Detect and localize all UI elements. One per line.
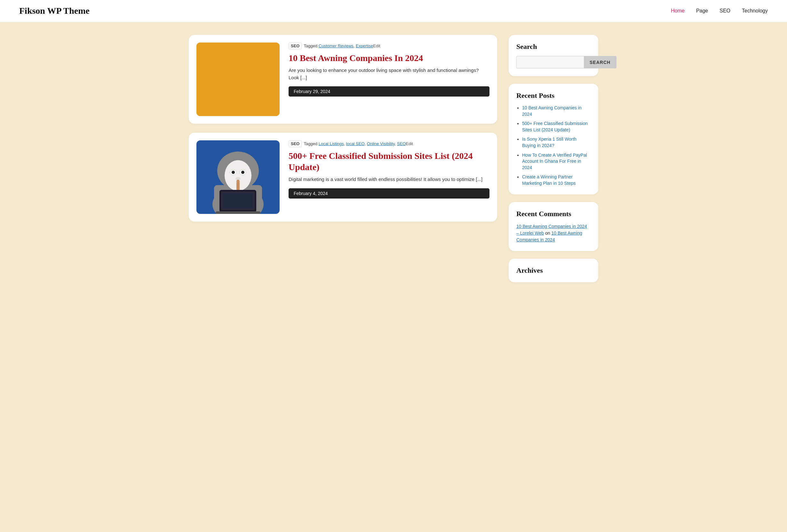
svg-point-3 (221, 59, 255, 96)
search-button[interactable]: SEARCH (584, 56, 616, 68)
svg-point-7 (212, 62, 248, 97)
list-item: 500+ Free Classified Submission Sites Li… (522, 120, 591, 133)
search-widget: Search SEARCH (509, 35, 598, 76)
svg-point-27 (236, 180, 240, 183)
list-item: 10 Best Awning Companies in 2024 (522, 105, 591, 117)
post-title-1[interactable]: 10 Best Awning Companies In 2024 (289, 52, 489, 64)
recent-post-link-3[interactable]: Is Sony Xperia 1 Still Worth Buying in 2… (522, 136, 576, 148)
post-card-1: SEO Tagged Customer Reviews, ExpertiseEd… (189, 35, 497, 124)
nav-home[interactable]: Home (671, 8, 685, 14)
post-image-2-svg (196, 140, 280, 214)
recent-posts-title: Recent Posts (516, 91, 591, 100)
recent-post-link-2[interactable]: 500+ Free Classified Submission Sites Li… (522, 121, 588, 132)
search-input[interactable] (516, 56, 584, 68)
search-row: SEARCH (516, 56, 591, 68)
svg-point-4 (221, 55, 255, 74)
post-tag-online-visibility[interactable]: Online Visibility (367, 141, 395, 146)
svg-rect-30 (223, 193, 253, 208)
svg-line-9 (244, 92, 252, 103)
svg-point-24 (241, 171, 244, 174)
post-card-2: SEO Tagged Local Listings, local SEO, On… (189, 133, 497, 222)
list-item: How To Create A Verified PayPal Account … (522, 152, 591, 171)
post-tag-local-seo[interactable]: local SEO (346, 141, 365, 146)
comment-on-label: on (545, 230, 550, 236)
post-tagged-label-1: Tagged Customer Reviews, ExpertiseEdit (304, 43, 380, 48)
svg-point-8 (217, 66, 243, 93)
post-date-1: February 29, 2024 (289, 86, 489, 96)
nav-seo[interactable]: SEO (720, 8, 730, 14)
svg-point-23 (232, 171, 235, 174)
svg-point-13 (232, 78, 233, 80)
svg-point-6 (226, 84, 250, 96)
post-content-1: SEO Tagged Customer Reviews, ExpertiseEd… (289, 43, 489, 96)
main-content: SEO Tagged Customer Reviews, ExpertiseEd… (189, 35, 497, 282)
sidebar: Search SEARCH Recent Posts 10 Best Awnin… (509, 35, 598, 282)
post-image-2 (196, 140, 280, 214)
post-title-2[interactable]: 500+ Free Classified Submission Sites Li… (289, 150, 489, 173)
post-excerpt-2: Digital marketing is a vast world filled… (289, 176, 489, 183)
post-image-1 (196, 43, 280, 116)
post-edit-2[interactable]: Edit (406, 141, 413, 146)
site-header: Fikson WP Theme Home Page SEO Technology (0, 0, 787, 22)
post-meta-1: SEO Tagged Customer Reviews, ExpertiseEd… (289, 43, 489, 49)
search-widget-title: Search (516, 43, 591, 51)
svg-point-1 (216, 89, 260, 116)
post-tag-customer-reviews[interactable]: Customer Reviews (319, 43, 354, 48)
nav-page[interactable]: Page (696, 8, 708, 14)
post-category-1: SEO (289, 43, 302, 49)
post-excerpt-1: Are you looking to enhance your outdoor … (289, 67, 489, 81)
recent-post-link-5[interactable]: Create a Winning Partner Marketing Plan … (522, 174, 576, 186)
post-tagged-label-2: Tagged Local Listings, local SEO, Online… (304, 141, 413, 146)
post-meta-2: SEO Tagged Local Listings, local SEO, On… (289, 140, 489, 147)
svg-point-10 (223, 74, 237, 86)
post-edit-1[interactable]: Edit (373, 43, 380, 48)
list-item: Create a Winning Partner Marketing Plan … (522, 174, 591, 186)
svg-point-12 (229, 77, 234, 82)
post-tag-seo[interactable]: SEO (397, 141, 406, 146)
recent-post-link-1[interactable]: 10 Best Awning Companies in 2024 (522, 105, 581, 117)
svg-rect-31 (216, 211, 260, 214)
page-body: SEO Tagged Customer Reviews, ExpertiseEd… (170, 22, 617, 295)
recent-post-link-4[interactable]: How To Create A Verified PayPal Account … (522, 153, 587, 170)
post-tag-expertise[interactable]: Expertise (356, 43, 373, 48)
svg-rect-5 (221, 64, 255, 71)
svg-point-11 (227, 76, 235, 84)
svg-rect-2 (234, 84, 242, 94)
list-item: Is Sony Xperia 1 Still Worth Buying in 2… (522, 136, 591, 149)
recent-posts-widget: Recent Posts 10 Best Awning Companies in… (509, 84, 598, 194)
recent-comments-title: Recent Comments (516, 210, 591, 218)
post-tag-local-listings[interactable]: Local Listings (319, 141, 344, 146)
main-nav: Home Page SEO Technology (671, 8, 768, 14)
post-image-1-svg (196, 43, 280, 116)
recent-comments-text: 10 Best Awning Companies in 2024 – Lorel… (516, 223, 591, 243)
site-title: Fikson WP Theme (19, 6, 90, 16)
post-date-2: February 4, 2024 (289, 188, 489, 199)
svg-point-15 (253, 97, 264, 106)
nav-technology[interactable]: Technology (742, 8, 768, 14)
svg-point-14 (244, 79, 268, 108)
recent-comments-widget: Recent Comments 10 Best Awning Companies… (509, 202, 598, 251)
svg-rect-0 (196, 43, 280, 116)
post-category-2: SEO (289, 140, 302, 147)
archives-title: Archives (516, 266, 591, 275)
recent-posts-list: 10 Best Awning Companies in 2024 500+ Fr… (516, 105, 591, 187)
archives-widget: Archives (509, 259, 598, 282)
post-content-2: SEO Tagged Local Listings, local SEO, On… (289, 140, 489, 199)
